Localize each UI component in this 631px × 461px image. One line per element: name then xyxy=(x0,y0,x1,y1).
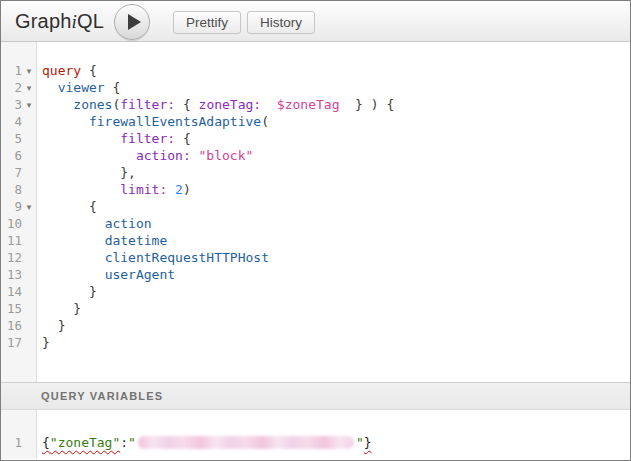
token-punct xyxy=(191,148,199,163)
token-vpunct: } xyxy=(364,435,372,450)
gutter-line: 15 xyxy=(1,300,36,317)
token-punct xyxy=(167,182,175,197)
code-line: filter: { xyxy=(42,130,630,147)
token-property: clientRequestHTTPHost xyxy=(105,250,269,265)
token-attribute: zoneTag: xyxy=(199,97,262,112)
token-keyword: query xyxy=(42,63,81,78)
line-number: 14 xyxy=(1,284,22,299)
line-number: 17 xyxy=(1,335,22,350)
line-number: 11 xyxy=(1,233,22,248)
gutter-line: 9▾ xyxy=(1,198,36,215)
line-number: 8 xyxy=(1,182,22,197)
gutter-line: 11 xyxy=(1,232,36,249)
code-line: } xyxy=(42,317,630,334)
indent xyxy=(42,233,105,248)
token-number: 2 xyxy=(175,182,183,197)
indent xyxy=(42,97,73,112)
execute-query-button[interactable] xyxy=(114,4,150,40)
gutter-line: 4 xyxy=(1,113,36,130)
indent xyxy=(42,165,120,180)
indent xyxy=(42,318,58,333)
token-punct: { xyxy=(175,97,198,112)
logo-text: QL xyxy=(77,10,104,32)
indent xyxy=(42,148,136,163)
token-variable: $zoneTag xyxy=(277,97,340,112)
line-number: 16 xyxy=(1,318,22,333)
indent xyxy=(42,250,105,265)
line-number: 7 xyxy=(1,165,22,180)
indent xyxy=(42,301,73,316)
history-button[interactable]: History xyxy=(247,11,315,34)
token-attribute: filter: xyxy=(120,131,175,146)
query-gutter: 1▾2▾3▾456789▾1011121314151617 xyxy=(1,42,37,382)
line-number: 12 xyxy=(1,250,22,265)
logo-text: Graph xyxy=(15,10,72,32)
code-line: datetime xyxy=(42,232,630,249)
line-number: 1 xyxy=(1,63,22,78)
line-number: 13 xyxy=(1,267,22,282)
token-property: zones xyxy=(73,97,112,112)
line-number: 4 xyxy=(1,114,22,129)
gutter-line: 1 xyxy=(1,434,36,451)
token-property: action xyxy=(105,216,152,231)
code-line: action: "block" xyxy=(42,147,630,164)
graphiql-window: GraphiQL Prettify History 1▾2▾3▾456789▾1… xyxy=(0,0,631,461)
token-property: viewer xyxy=(58,80,105,95)
line-number: 1 xyxy=(1,435,22,450)
token-punct: { xyxy=(175,131,191,146)
gutter-line: 17 xyxy=(1,334,36,351)
line-number: 9 xyxy=(1,199,22,214)
code-line: {"zoneTag":""} xyxy=(42,434,630,451)
code-line: userAgent xyxy=(42,266,630,283)
prettify-button[interactable]: Prettify xyxy=(173,11,241,34)
token-property: datetime xyxy=(105,233,168,248)
variables-gutter: 1 xyxy=(1,410,37,459)
gutter-line: 1▾ xyxy=(1,62,36,79)
gutter-line: 16 xyxy=(1,317,36,334)
token-property: firewallEventsAdaptive xyxy=(89,114,261,129)
fold-arrow-icon[interactable]: ▾ xyxy=(22,202,36,212)
gutter-line: 13 xyxy=(1,266,36,283)
top-bar: GraphiQL Prettify History xyxy=(1,1,630,42)
token-punct: }, xyxy=(120,165,136,180)
token-punct: ) xyxy=(183,182,191,197)
code-line: action xyxy=(42,215,630,232)
gutter-line: 10 xyxy=(1,215,36,232)
fold-arrow-icon[interactable]: ▾ xyxy=(22,100,36,110)
token-punct: { xyxy=(81,63,97,78)
token-punct: } xyxy=(89,284,97,299)
query-editor[interactable]: 1▾2▾3▾456789▾1011121314151617 query { vi… xyxy=(1,42,630,382)
gutter-line: 5 xyxy=(1,130,36,147)
code-line: } xyxy=(42,283,630,300)
code-line: { xyxy=(42,198,630,215)
line-number: 3 xyxy=(1,97,22,112)
token-vpunct: : xyxy=(120,435,128,450)
token-punct: { xyxy=(89,199,97,214)
variables-editor[interactable]: 1 {"zoneTag":""} xyxy=(1,410,630,459)
play-icon xyxy=(128,14,141,30)
indent xyxy=(42,284,89,299)
token-vstring: " xyxy=(128,435,136,450)
token-punct: } ) { xyxy=(339,97,394,112)
code-line: clientRequestHTTPHost xyxy=(42,249,630,266)
query-variables-bar[interactable]: QUERY VARIABLES xyxy=(1,382,630,410)
token-punct: } xyxy=(58,318,66,333)
line-number: 5 xyxy=(1,131,22,146)
token-vpunct: { xyxy=(42,435,50,450)
fold-arrow-icon[interactable]: ▾ xyxy=(22,66,36,76)
indent xyxy=(42,131,120,146)
code-line: } xyxy=(42,300,630,317)
token-vstring: " xyxy=(356,435,364,450)
query-code[interactable]: query { viewer { zones(filter: { zoneTag… xyxy=(37,42,630,382)
variables-code[interactable]: {"zoneTag":""} xyxy=(37,410,630,459)
code-line: }, xyxy=(42,164,630,181)
fold-arrow-icon[interactable]: ▾ xyxy=(22,83,36,93)
indent xyxy=(42,199,89,214)
token-string: "block" xyxy=(199,148,254,163)
code-line: limit: 2) xyxy=(42,181,630,198)
indent xyxy=(42,267,105,282)
code-line: query { xyxy=(42,62,630,79)
gutter-line: 6 xyxy=(1,147,36,164)
token-punct xyxy=(261,97,277,112)
gutter-line: 7 xyxy=(1,164,36,181)
